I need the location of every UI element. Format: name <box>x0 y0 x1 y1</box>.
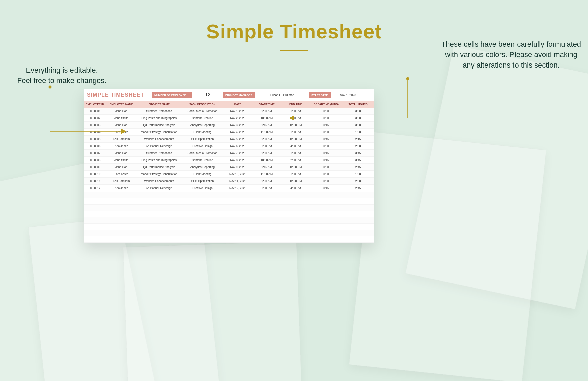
cell-task-description[interactable]: SEO Optimization <box>182 136 223 143</box>
cell-employee-id[interactable]: 00-0005 <box>84 136 107 143</box>
cell-total-hours[interactable]: 3:45 <box>342 157 374 164</box>
cell-employee-name[interactable]: Kris Samsom <box>107 178 136 185</box>
cell-end-time[interactable]: 12:30 PM <box>281 122 310 129</box>
cell-total-hours[interactable]: 2:30 <box>342 178 374 185</box>
cell-blank[interactable] <box>136 205 182 211</box>
cell-breaktime[interactable]: 0:30 <box>310 143 342 150</box>
cell-end-time[interactable]: 1:00 PM <box>281 150 310 157</box>
cell-date[interactable]: Nov 1, 2023 <box>223 108 252 115</box>
cell-breaktime[interactable]: 0:15 <box>310 185 342 192</box>
cell-blank[interactable] <box>252 205 281 211</box>
cell-end-time[interactable]: 2:30 PM <box>281 157 310 164</box>
cell-blank[interactable] <box>84 236 107 243</box>
cell-date[interactable]: Nov 5, 2023 <box>223 136 252 143</box>
cell-blank[interactable] <box>136 211 182 217</box>
cell-project-name[interactable]: Website Enhancements <box>136 136 182 143</box>
cell-date[interactable]: Nov 12, 2023 <box>223 185 252 192</box>
cell-blank[interactable] <box>342 224 374 230</box>
cell-blank[interactable] <box>223 198 252 205</box>
cell-end-time[interactable]: 4:30 PM <box>281 185 310 192</box>
cell-end-time[interactable]: 1:00 PM <box>281 108 310 115</box>
cell-blank[interactable] <box>223 205 252 211</box>
cell-start-time[interactable]: 9:15 AM <box>252 164 281 171</box>
cell-blank[interactable] <box>107 205 136 211</box>
cell-start-time[interactable]: 9:00 AM <box>252 178 281 185</box>
cell-date[interactable]: Nov 10, 2023 <box>223 171 252 178</box>
cell-blank[interactable] <box>107 217 136 224</box>
cell-task-description[interactable]: Analytics Reporting <box>182 164 223 171</box>
cell-breaktime[interactable]: 0:30 <box>310 115 342 122</box>
cell-blank[interactable] <box>310 211 342 217</box>
cell-total-hours[interactable]: 2:30 <box>342 143 374 150</box>
cell-end-time[interactable]: 12:30 PM <box>281 164 310 171</box>
cell-project-name[interactable]: Blog Posts and Infographics <box>136 157 182 164</box>
cell-blank[interactable] <box>310 192 342 198</box>
cell-employee-id[interactable]: 00-0004 <box>84 129 107 136</box>
cell-blank[interactable] <box>136 217 182 224</box>
cell-employee-id[interactable]: 00-0007 <box>84 150 107 157</box>
cell-task-description[interactable]: Analytics Reporting <box>182 122 223 129</box>
cell-employee-id[interactable]: 00-0008 <box>84 157 107 164</box>
cell-blank[interactable] <box>107 230 136 236</box>
cell-employee-name[interactable]: John Doe <box>107 108 136 115</box>
cell-breaktime[interactable]: 0:30 <box>310 164 342 171</box>
cell-employee-name[interactable]: Kris Samsom <box>107 136 136 143</box>
cell-blank[interactable] <box>342 230 374 236</box>
cell-date[interactable]: Nov 2, 2023 <box>223 115 252 122</box>
cell-task-description[interactable]: Social Media Promotion <box>182 150 223 157</box>
cell-blank[interactable] <box>281 224 310 230</box>
cell-total-hours[interactable]: 2:15 <box>342 136 374 143</box>
cell-start-time[interactable]: 9:00 AM <box>252 150 281 157</box>
cell-blank[interactable] <box>252 198 281 205</box>
cell-blank[interactable] <box>281 230 310 236</box>
cell-blank[interactable] <box>107 211 136 217</box>
cell-blank[interactable] <box>84 230 107 236</box>
cell-blank[interactable] <box>223 230 252 236</box>
cell-breaktime[interactable]: 0:15 <box>310 122 342 129</box>
cell-blank[interactable] <box>252 224 281 230</box>
cell-task-description[interactable]: Social Media Promotion <box>182 108 223 115</box>
cell-employee-name[interactable]: Jane Smith <box>107 115 136 122</box>
cell-start-time[interactable]: 10:30 AM <box>252 157 281 164</box>
cell-blank[interactable] <box>136 192 182 198</box>
cell-blank[interactable] <box>136 198 182 205</box>
cell-employee-name[interactable]: John Doe <box>107 122 136 129</box>
cell-date[interactable]: Nov 11, 2023 <box>223 178 252 185</box>
cell-breaktime[interactable]: 0:30 <box>310 108 342 115</box>
cell-blank[interactable] <box>342 205 374 211</box>
cell-blank[interactable] <box>281 236 310 243</box>
cell-employee-id[interactable]: 00-0009 <box>84 164 107 171</box>
cell-blank[interactable] <box>310 205 342 211</box>
cell-total-hours[interactable]: 1:30 <box>342 129 374 136</box>
cell-breaktime[interactable]: 0:45 <box>310 136 342 143</box>
cell-blank[interactable] <box>107 192 136 198</box>
cell-blank[interactable] <box>310 224 342 230</box>
cell-employee-id[interactable]: 00-0010 <box>84 171 107 178</box>
cell-blank[interactable] <box>223 224 252 230</box>
cell-project-name[interactable]: Q3 Performance Analysis <box>136 122 182 129</box>
cell-end-time[interactable]: 2:30 PM <box>281 115 310 122</box>
cell-blank[interactable] <box>310 198 342 205</box>
cell-blank[interactable] <box>252 230 281 236</box>
cell-project-name[interactable]: Summer Promotions <box>136 108 182 115</box>
cell-employee-id[interactable]: 00-0003 <box>84 122 107 129</box>
cell-blank[interactable] <box>342 192 374 198</box>
cell-task-description[interactable]: Client Meeting <box>182 129 223 136</box>
cell-project-name[interactable]: Q3 Performance Analysis <box>136 164 182 171</box>
cell-date[interactable]: Nov 9, 2023 <box>223 164 252 171</box>
cell-blank[interactable] <box>252 236 281 243</box>
cell-employee-name[interactable]: Lara Kates <box>107 129 136 136</box>
cell-employee-name[interactable]: Lara Kates <box>107 171 136 178</box>
cell-employee-id[interactable]: 00-0012 <box>84 185 107 192</box>
cell-blank[interactable] <box>223 236 252 243</box>
cell-project-name[interactable]: Market Strategy Consultation <box>136 171 182 178</box>
cell-employee-id[interactable]: 00-0011 <box>84 178 107 185</box>
cell-employee-name[interactable]: John Doe <box>107 164 136 171</box>
cell-project-name[interactable]: Market Strategy Consultation <box>136 129 182 136</box>
cell-task-description[interactable]: Creative Design <box>182 185 223 192</box>
cell-end-time[interactable]: 1:00 PM <box>281 129 310 136</box>
cell-blank[interactable] <box>107 198 136 205</box>
cell-blank[interactable] <box>182 217 223 224</box>
cell-blank[interactable] <box>281 198 310 205</box>
cell-start-time[interactable]: 9:00 AM <box>252 136 281 143</box>
